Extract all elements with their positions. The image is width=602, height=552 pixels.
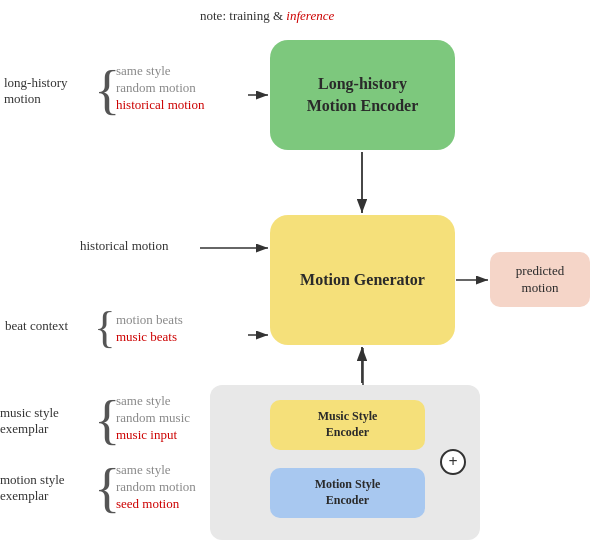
music-style-encoder-box: Music StyleEncoder: [270, 400, 425, 450]
plus-symbol: +: [448, 453, 457, 471]
historical-motion-arrow-label: historical motion: [80, 238, 168, 254]
motion-beats-label: motion beats: [116, 312, 183, 328]
long-history-encoder-label: Long-historyMotion Encoder: [307, 73, 419, 118]
predicted-motion-box: predictedmotion: [490, 252, 590, 307]
note-inference: inference: [286, 8, 334, 23]
note-text: note: training & inference: [200, 8, 334, 24]
predicted-motion-label: predictedmotion: [516, 263, 564, 297]
diagram: note: training & inference Long-historyM…: [0, 0, 602, 552]
note-label: note: [200, 8, 222, 23]
note-text1: training &: [229, 8, 286, 23]
same-style-label: same style: [116, 63, 171, 79]
music-beats-red-label: music beats: [116, 329, 177, 345]
music-style-label: music styleexemplar: [0, 405, 59, 437]
historical-motion-red-label: historical motion: [116, 97, 204, 113]
long-history-encoder-box: Long-historyMotion Encoder: [270, 40, 455, 150]
beat-context-label: beat context: [5, 318, 68, 334]
plus-circle: +: [440, 449, 466, 475]
random-music-label: random music: [116, 410, 190, 426]
music-style-encoder-label: Music StyleEncoder: [318, 409, 378, 440]
motion-generator-label: Motion Generator: [300, 269, 425, 291]
same-style3-label: same style: [116, 462, 171, 478]
long-history-motion-label: long-historymotion: [4, 75, 68, 107]
random-motion-label: random motion: [116, 80, 196, 96]
motion-style-encoder-box: Motion StyleEncoder: [270, 468, 425, 518]
same-style2-label: same style: [116, 393, 171, 409]
motion-style-label: motion styleexemplar: [0, 472, 65, 504]
motion-style-encoder-label: Motion StyleEncoder: [315, 477, 381, 508]
seed-motion-red-label: seed motion: [116, 496, 179, 512]
random-motion2-label: random motion: [116, 479, 196, 495]
beat-context-brace: {: [94, 305, 116, 350]
music-input-red-label: music input: [116, 427, 177, 443]
motion-generator-box: Motion Generator: [270, 215, 455, 345]
